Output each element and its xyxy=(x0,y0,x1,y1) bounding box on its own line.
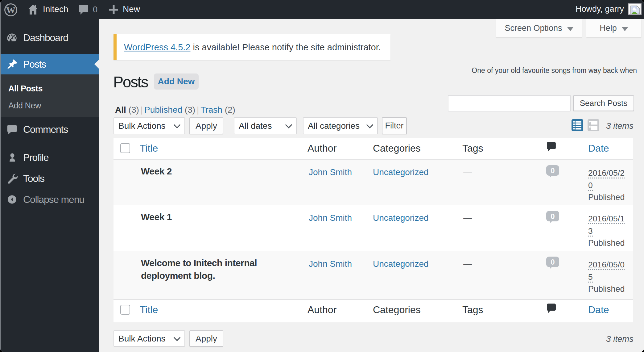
svg-text:0: 0 xyxy=(551,258,555,266)
svg-text:0: 0 xyxy=(551,166,555,175)
svg-text:W: W xyxy=(6,5,15,15)
svg-text:0: 0 xyxy=(551,212,555,220)
